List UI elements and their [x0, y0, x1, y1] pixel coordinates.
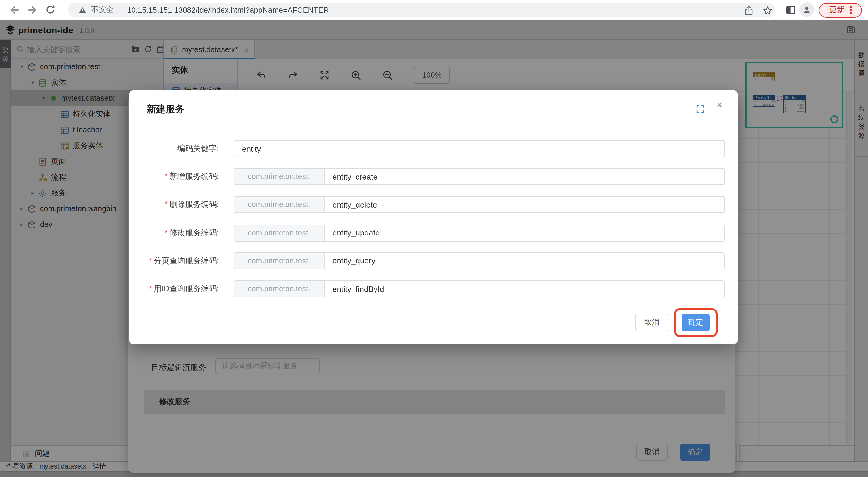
required-asterisk: *: [165, 200, 168, 209]
address-bar[interactable]: 不安全 10.15.15.151:13082/ide/index.html?ap…: [68, 3, 775, 17]
browser-forward-icon[interactable]: [27, 4, 38, 16]
address-divider: [120, 6, 121, 14]
form-row: *用ID查询服务编码:com.primeton.test.entity_find…: [129, 280, 738, 297]
form-row: *修改服务编码:com.primeton.test.entity_update: [129, 224, 738, 241]
dialog-cancel-button[interactable]: 取消: [635, 314, 669, 331]
field-label: *删除服务编码:: [129, 199, 219, 210]
field-label: 编码关键字:: [129, 143, 219, 154]
text-input[interactable]: entity: [234, 140, 725, 157]
text-input[interactable]: com.primeton.test.entity_create: [234, 168, 725, 185]
input-prefix: com.primeton.test.: [234, 281, 324, 297]
browser-back-icon[interactable]: [8, 4, 20, 16]
dialog-ok-button[interactable]: 确定: [682, 314, 710, 331]
browser-chrome: 不安全 10.15.15.151:13082/ide/index.html?ap…: [0, 0, 868, 21]
screen: 不安全 10.15.15.151:13082/ide/index.html?ap…: [0, 0, 868, 477]
field-label: *新增服务编码:: [129, 171, 219, 182]
form-row: *删除服务编码:com.primeton.test.entity_delete: [129, 196, 738, 213]
required-asterisk: *: [165, 172, 168, 181]
input-value: entity_delete: [324, 197, 724, 213]
dialog-fullscreen-icon[interactable]: [696, 105, 705, 114]
text-input[interactable]: com.primeton.test.entity_query: [234, 252, 725, 269]
field-label: *修改服务编码:: [129, 227, 219, 238]
url-text[interactable]: 10.15.15.151:13082/ide/index.html?appNam…: [127, 6, 329, 14]
security-label[interactable]: 不安全: [91, 5, 114, 15]
form-row: 编码关键字:entity: [129, 140, 738, 157]
text-input[interactable]: com.primeton.test.entity_findById: [234, 280, 725, 297]
form-row: *分页查询服务编码:com.primeton.test.entity_query: [129, 252, 738, 269]
required-asterisk: *: [149, 284, 152, 293]
required-asterisk: *: [149, 256, 152, 265]
input-prefix: com.primeton.test.: [234, 197, 324, 213]
person-icon: [802, 5, 812, 14]
not-secure-icon: [78, 6, 87, 14]
new-service-dialog: 新建服务 × 编码关键字:entity*新增服务编码:com.primeton.…: [129, 90, 738, 344]
input-value: entity: [234, 141, 724, 156]
bookmark-star-icon[interactable]: [763, 5, 773, 16]
text-input[interactable]: com.primeton.test.entity_update: [234, 224, 725, 241]
side-panel-icon[interactable]: [785, 5, 796, 15]
required-asterisk: *: [165, 228, 168, 237]
browser-menu-icon[interactable]: [850, 6, 851, 14]
input-value: entity_update: [324, 225, 724, 241]
text-input[interactable]: com.primeton.test.entity_delete: [234, 196, 725, 213]
input-value: entity_findById: [324, 281, 724, 297]
input-value: entity_query: [324, 253, 724, 269]
input-prefix: com.primeton.test.: [234, 253, 324, 269]
dialog-close-icon[interactable]: ×: [716, 99, 723, 111]
share-icon[interactable]: [744, 5, 754, 16]
update-button[interactable]: 更新: [819, 3, 862, 17]
update-label: 更新: [830, 5, 845, 15]
input-prefix: com.primeton.test.: [234, 169, 324, 184]
field-label: *分页查询服务编码:: [129, 256, 219, 266]
form-row: *新增服务编码:com.primeton.test.entity_create: [129, 168, 738, 185]
browser-reload-icon[interactable]: [45, 4, 56, 15]
dialog-title: 新建服务: [147, 103, 184, 116]
avatar[interactable]: [800, 2, 814, 17]
input-value: entity_create: [324, 169, 724, 184]
input-prefix: com.primeton.test.: [234, 225, 324, 241]
field-label: *用ID查询服务编码:: [129, 284, 219, 294]
